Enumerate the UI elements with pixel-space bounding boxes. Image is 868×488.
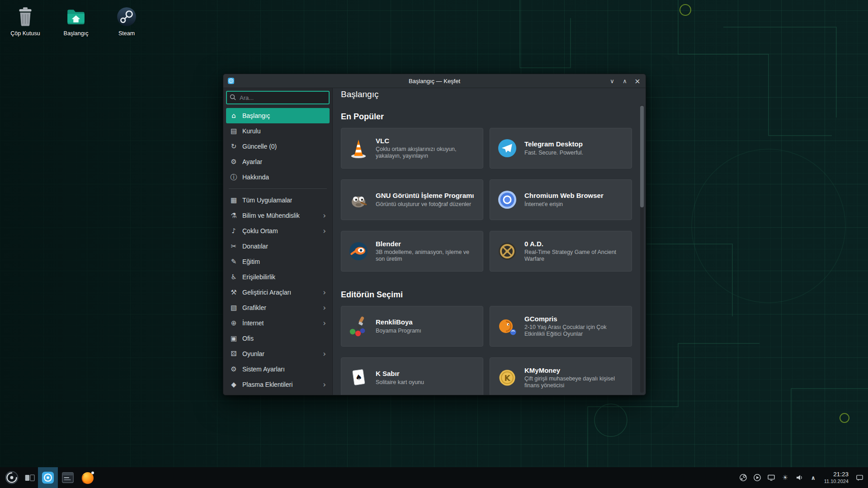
minimize-button[interactable]: ∨	[606, 74, 618, 88]
app-name: Chromium Web Browser	[524, 192, 604, 199]
app-name: VLC	[376, 137, 476, 145]
app-name: KMyMoney	[524, 366, 625, 374]
sidebar-item-oyunlar[interactable]: ⚄ Oyunlar ›	[226, 346, 330, 361]
digital-clock[interactable]: 21:23 11.10.2024	[823, 471, 849, 484]
file-manager-icon	[61, 471, 75, 484]
clock-date: 11.10.2024	[824, 479, 849, 484]
games-icon: ⚄	[230, 351, 238, 357]
app-desc: İnternet'e erişin	[524, 201, 604, 208]
sidebar-item-internet[interactable]: ⊕ İnternet ›	[226, 315, 330, 331]
app-desc: 2-10 Yaş Arası Çocuklar için Çok Etkinli…	[524, 324, 625, 338]
task-discover[interactable]	[38, 467, 58, 488]
app-card-vlc[interactable]: VLC Çoklu ortam akışlarınızı okuyun, yak…	[341, 128, 483, 169]
office-icon: ▣	[230, 335, 238, 342]
info-icon: ⓘ	[230, 174, 238, 181]
pager-icon	[25, 474, 35, 481]
settings-icon: ⚙	[230, 159, 238, 165]
svg-text:K: K	[504, 374, 510, 383]
app-card-kpat[interactable]: ♠ K Sabır Solitaire kart oyunu	[341, 357, 483, 395]
sidebar-item-donatilar[interactable]: ✂ Donatılar	[226, 239, 330, 254]
sidebar-item-erisilebilirlik[interactable]: ♿ Erişilebilirlik	[226, 269, 330, 285]
task-firefox[interactable]	[78, 467, 98, 488]
volume-tray-icon[interactable]	[795, 474, 803, 482]
app-desc: Solitaire kart oyunu	[376, 379, 424, 386]
app-card-chromium[interactable]: Chromium Web Browser İnternet'e erişin	[490, 179, 632, 220]
maximize-button[interactable]: ∧	[618, 74, 631, 88]
science-icon: ⚗	[230, 212, 238, 219]
discover-task-icon	[41, 471, 55, 484]
education-icon: ✎	[230, 258, 238, 265]
popular-grid: VLC Çoklu ortam akışlarınızı okuyun, yak…	[341, 128, 632, 272]
content-area: Başlangıç En Popüler VLC	[333, 88, 646, 395]
update-icon: ↻	[230, 143, 238, 150]
desktop-icon-label: Steam	[105, 30, 148, 37]
display-tray-icon[interactable]	[767, 474, 775, 482]
sidebar-item-gelistirici-araclari[interactable]: ⚒ Geliştirici Araçları ›	[226, 285, 330, 300]
app-name: Blender	[376, 240, 476, 248]
desktop: Çöp Kutusu Başlangıç Steam	[0, 0, 868, 488]
chevron-right-icon: ›	[323, 227, 326, 235]
sidebar-item-coklu-ortam[interactable]: ♪ Çoklu Ortam ›	[226, 223, 330, 239]
app-launcher-button[interactable]	[2, 467, 22, 488]
chevron-right-icon: ›	[323, 212, 326, 220]
graphics-icon: ▧	[230, 305, 238, 311]
brightness-tray-icon[interactable]: ☀	[781, 474, 789, 482]
tray-expander-icon[interactable]: ∧	[809, 474, 817, 482]
sidebar-item-hakkinda[interactable]: ⓘ Hakkında	[226, 169, 330, 185]
sidebar-item-kurulu[interactable]: ▤ Kurulu	[226, 123, 330, 139]
close-button[interactable]: ×	[631, 74, 644, 88]
accessibility-icon: ♿	[230, 274, 238, 281]
desktop-icon-trash[interactable]: Çöp Kutusu	[4, 5, 47, 37]
sidebar-item-guncelle[interactable]: ↻ Güncelle (0)	[226, 139, 330, 154]
app-name: K Sabır	[376, 370, 424, 377]
desktop-icon-baslangic-folder[interactable]: Başlangıç	[54, 5, 98, 37]
steam-tray-icon[interactable]	[739, 474, 747, 482]
sidebar-item-uygulama-eklentileri[interactable]: ▱ Uygulama Eklentileri ›	[226, 392, 330, 395]
sidebar-divider	[229, 188, 327, 189]
sidebar-item-bilim-ve-muhendislik[interactable]: ⚗ Bilim ve Mühendislik ›	[226, 208, 330, 223]
app-card-gcompris[interactable]: GCompris 2-10 Yaş Arası Çocuklar için Ço…	[490, 306, 632, 347]
sidebar-item-plasma-eklentileri[interactable]: ◆ Plasma Eklentileri ›	[226, 377, 330, 392]
utilities-icon: ✂	[230, 243, 238, 250]
notifications-icon[interactable]	[855, 474, 863, 482]
sidebar-item-ofis[interactable]: ▣ Ofis	[226, 331, 330, 346]
desktop-icon-label: Başlangıç	[54, 30, 98, 37]
plasma-addons-icon: ◆	[230, 381, 238, 388]
sidebar-item-egitim[interactable]: ✎ Eğitim	[226, 254, 330, 269]
app-card-blender[interactable]: Blender 3B modelleme, animasyon, işleme …	[341, 231, 483, 272]
content-scrollbar[interactable]	[640, 105, 644, 393]
sidebar-item-sistem-ayarlari[interactable]: ⚙ Sistem Ayarları	[226, 361, 330, 377]
kmymoney-icon: K	[496, 367, 518, 389]
sidebar-nav: ⌂ Başlangıç ▤ Kurulu ↻ Güncelle (0) ⚙ Ay…	[226, 108, 330, 395]
sidebar-item-ayarlar[interactable]: ⚙ Ayarlar	[226, 154, 330, 169]
app-desc: 3B modelleme, animasyon, işleme ve son ü…	[376, 249, 476, 263]
app-name: RenkliBoya	[376, 318, 421, 326]
app-name: GCompris	[524, 315, 625, 323]
app-card-0ad[interactable]: 0 A.D. Real-Time Strategy Game of Ancien…	[490, 231, 632, 272]
app-card-gimp[interactable]: GNU Görüntü İşleme Programı Görüntü oluş…	[341, 179, 483, 220]
section-title-popular: En Popüler	[341, 112, 632, 122]
chromium-icon	[496, 189, 518, 211]
desktop-icon-steam[interactable]: Steam	[105, 5, 148, 37]
sidebar-item-baslangic[interactable]: ⌂ Başlangıç	[226, 108, 330, 123]
app-desc: Görüntü oluşturur ve fotoğraf düzenler	[376, 201, 474, 208]
media-player-tray-icon[interactable]	[753, 474, 761, 482]
sidebar-item-tum-uygulamalar[interactable]: ▦ Tüm Uygulamalar	[226, 192, 330, 208]
renkliboya-icon	[348, 315, 369, 337]
scrollbar-thumb[interactable]	[640, 106, 644, 207]
app-name: Telegram Desktop	[524, 140, 583, 148]
search-input[interactable]	[226, 91, 330, 104]
virtual-desktop-pager[interactable]	[22, 467, 38, 488]
app-card-renkliboya[interactable]: RenkliBoya Boyama Programı	[341, 306, 483, 347]
0ad-icon	[496, 240, 518, 262]
internet-icon: ⊕	[230, 320, 238, 327]
sidebar-item-grafikler[interactable]: ▧ Grafikler ›	[226, 300, 330, 315]
sidebar: ⌂ Başlangıç ▤ Kurulu ↻ Güncelle (0) ⚙ Ay…	[223, 88, 333, 395]
app-card-kmymoney[interactable]: K KMyMoney Çift girişli muhasebeye dayal…	[490, 357, 632, 395]
task-file-manager[interactable]	[58, 467, 78, 488]
app-card-telegram[interactable]: Telegram Desktop Fast. Secure. Powerful.	[490, 128, 632, 169]
app-desc: Fast. Secure. Powerful.	[524, 150, 583, 156]
firefox-icon	[80, 470, 95, 485]
titlebar[interactable]: Başlangıç — Keşfet ∨ ∧ ×	[223, 74, 646, 88]
home-icon: ⌂	[230, 113, 238, 119]
